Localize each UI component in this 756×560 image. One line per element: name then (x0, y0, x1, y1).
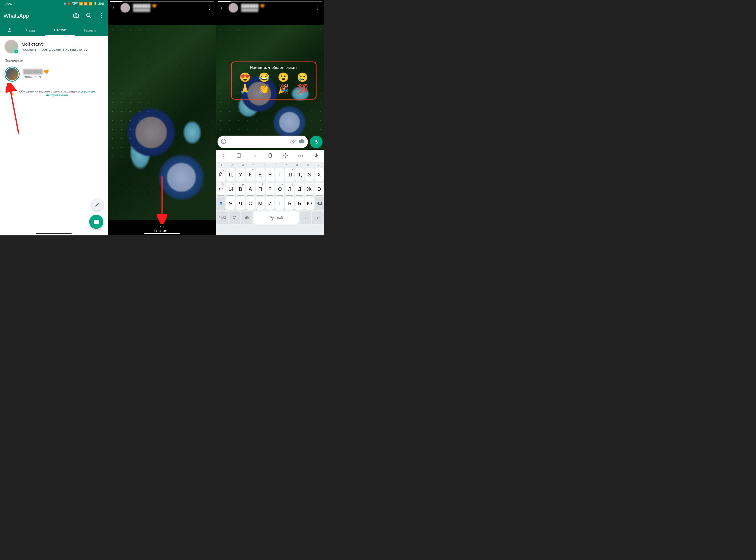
key-М[interactable]: М (256, 197, 265, 210)
svg-point-6 (223, 141, 223, 141)
key-Д[interactable]: Д (295, 183, 304, 195)
key-Й[interactable]: Й- (217, 168, 225, 181)
status-ring (4, 66, 20, 82)
key-Ж[interactable]: Ж) (305, 183, 314, 195)
status-time: 23:24 (3, 2, 12, 6)
emoji-key[interactable] (229, 212, 240, 224)
screen-status-view: ← ██████ 🧡 ████████ ⋮ ︿ Ответить (108, 0, 216, 235)
key-Щ[interactable]: Щ (295, 168, 304, 181)
emoji-icon[interactable] (221, 138, 227, 145)
reaction-100[interactable]: 💯 (297, 84, 308, 94)
key-В[interactable]: В₽ (236, 183, 245, 195)
svg-point-14 (235, 217, 236, 218)
key-Ч[interactable]: Ч (236, 197, 245, 210)
message-input[interactable] (218, 136, 308, 148)
reactions-prompt: Нажмите, чтобы отправить (236, 65, 312, 69)
more-icon[interactable] (98, 12, 104, 19)
status-timestamp: ████████ (241, 8, 265, 12)
svg-point-5 (221, 139, 226, 144)
key-Я[interactable]: Я (226, 197, 235, 210)
my-status-subtitle: Нажмите, чтобы добавить новый статус (22, 47, 87, 52)
symbols-key[interactable]: ?123 (217, 212, 228, 224)
key-Н[interactable]: Н (266, 168, 274, 181)
key-С[interactable]: С (246, 197, 255, 210)
fab-edit-status[interactable] (91, 199, 103, 211)
reaction-party[interactable]: 🎉 (278, 84, 289, 94)
backspace-key[interactable] (315, 197, 324, 210)
nav-handle (36, 233, 71, 234)
tab-calls[interactable]: Звонки (75, 26, 104, 36)
space-key[interactable]: Русский (253, 212, 299, 224)
tab-chats[interactable]: Чаты (16, 26, 45, 36)
kbd-mic-icon[interactable] (313, 153, 319, 159)
svg-point-2 (101, 17, 102, 18)
reaction-wow[interactable]: 😮 (278, 72, 289, 83)
key-Ф[interactable]: Ф@ (217, 183, 225, 195)
language-key[interactable] (241, 212, 252, 224)
tab-status[interactable]: Статус (45, 25, 75, 36)
back-icon[interactable]: ← (220, 4, 226, 11)
key-О[interactable]: О+ (275, 183, 284, 195)
my-status-row[interactable]: + Мой статус Нажмите, чтобы добавить нов… (0, 36, 108, 58)
key-Г[interactable]: Г (275, 168, 284, 181)
key-Ш[interactable]: Ш! (285, 168, 294, 181)
reaction-heart-eyes[interactable]: 😍 (239, 72, 251, 83)
contact-avatar[interactable] (120, 3, 130, 13)
clipboard-icon[interactable] (267, 153, 273, 159)
key-Х[interactable]: Х (315, 168, 324, 181)
contact-name: ██████ 🧡 (241, 4, 265, 8)
period-key[interactable]: . (300, 212, 311, 224)
app-title: WhatsApp (3, 13, 29, 19)
key-Ю[interactable]: Ю (305, 197, 314, 210)
camera-icon[interactable] (299, 138, 305, 145)
search-icon[interactable] (86, 12, 92, 19)
more-icon[interactable]: ⋮ (207, 4, 212, 11)
enter-key[interactable] (312, 212, 324, 224)
reaction-sad[interactable]: 😢 (297, 72, 308, 83)
sticker-icon[interactable] (236, 153, 242, 159)
key-Е[interactable]: Е (256, 168, 265, 181)
key-Ц[interactable]: Ц (226, 168, 235, 181)
chevron-up-icon: ︿ (108, 223, 216, 228)
status-image[interactable] (108, 25, 216, 220)
my-status-title: Мой статус (22, 42, 87, 47)
kbd-back-icon[interactable] (221, 153, 226, 159)
keyboard-toolbar: GIF ••• (216, 150, 324, 162)
key-Ы[interactable]: Ы# (226, 183, 235, 195)
fab-camera[interactable] (89, 215, 103, 229)
svg-point-7 (224, 141, 225, 141)
key-Ь[interactable]: Ь (285, 197, 294, 210)
reaction-pray[interactable]: 🙏 (239, 84, 251, 94)
reaction-tears-joy[interactable]: 😂 (259, 72, 270, 83)
recent-section-label: Последние (0, 58, 108, 64)
more-icon[interactable]: ⋮ (315, 4, 321, 11)
key-А[interactable]: А (246, 183, 255, 195)
recent-status-item[interactable]: ██████🧡 Только что (0, 64, 108, 86)
reaction-clap[interactable]: 👏 (259, 84, 270, 94)
svg-point-0 (101, 13, 102, 14)
key-Б[interactable]: Б (295, 197, 304, 210)
key-Л[interactable]: Л( (285, 183, 294, 195)
key-Р[interactable]: Р (266, 183, 274, 195)
attach-icon[interactable] (290, 138, 296, 145)
tab-community-icon[interactable] (3, 27, 16, 34)
camera-icon[interactable] (73, 12, 79, 19)
kbd-more-icon[interactable]: ••• (298, 154, 304, 158)
reply-hint[interactable]: ︿ Ответить (108, 223, 216, 233)
key-Э[interactable]: Э (315, 183, 324, 195)
key-К[interactable]: К? (246, 168, 255, 181)
svg-point-13 (234, 217, 234, 218)
key-З[interactable]: З (305, 168, 314, 181)
key-И[interactable]: И (266, 197, 274, 210)
contact-avatar[interactable] (229, 3, 238, 13)
settings-icon[interactable] (283, 153, 288, 159)
main-tabs: Чаты Статус Звонки (3, 25, 104, 36)
key-У[interactable]: У (236, 168, 245, 181)
mic-button[interactable] (310, 136, 323, 148)
gif-button[interactable]: GIF (251, 154, 257, 158)
shift-key[interactable] (217, 197, 225, 210)
svg-point-1 (101, 15, 102, 16)
key-Т[interactable]: Т (275, 197, 284, 210)
key-П[interactable]: П& (256, 183, 265, 195)
back-icon[interactable]: ← (111, 4, 118, 11)
